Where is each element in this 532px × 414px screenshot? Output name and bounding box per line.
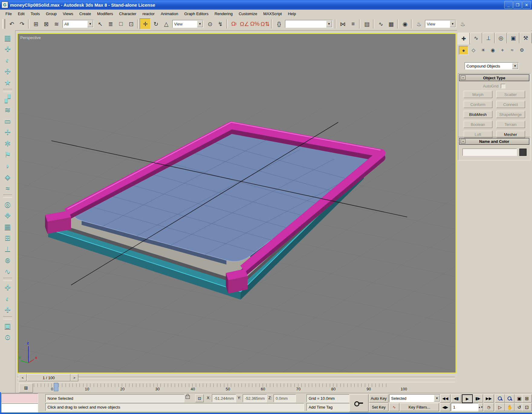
separator[interactable] — [226, 19, 228, 28]
separator[interactable] — [359, 19, 360, 28]
autogrid-checkbox[interactable] — [501, 84, 505, 88]
conform-button[interactable]: Conform — [464, 101, 492, 108]
render-type-dropdown[interactable]: View — [425, 20, 456, 28]
constraint-solver-icon[interactable]: ◎ — [2, 199, 13, 210]
object-name-field[interactable] — [462, 149, 517, 156]
maximize-button[interactable]: ❐ — [513, 1, 522, 9]
menu-item[interactable]: Animation — [158, 11, 181, 17]
cloth-collection-icon[interactable]: ✜ — [2, 43, 13, 54]
menu-item[interactable]: MAXScript — [260, 11, 285, 17]
menu-item[interactable]: Modifiers — [94, 11, 116, 17]
separator[interactable] — [271, 19, 272, 28]
menu-item[interactable]: Help — [285, 11, 299, 17]
separator[interactable] — [137, 19, 138, 28]
menu-item[interactable]: Edit — [15, 11, 28, 17]
angle-snap-toggle-icon[interactable]: Ω∠ — [239, 19, 249, 29]
select-and-manipulate-icon[interactable]: ↯ — [215, 19, 225, 29]
selection-lock-icon[interactable] — [186, 396, 190, 399]
menu-item[interactable]: Rendering — [212, 11, 236, 17]
minimize-button[interactable]: _ — [504, 1, 513, 9]
absolute-offset-toggle-icon[interactable]: ⊡ — [195, 394, 204, 402]
schematic-view-icon[interactable]: ▦ — [386, 19, 396, 29]
plane-icon[interactable]: ▞ — [2, 93, 13, 104]
separator[interactable] — [3, 195, 12, 198]
rag-doll-constraint-icon[interactable]: ✥ — [2, 210, 13, 221]
go-to-start-button[interactable]: ◀◀ — [440, 394, 450, 402]
water-icon[interactable]: ≈ — [2, 182, 13, 194]
separator[interactable] — [335, 19, 336, 28]
next-frame-arrow[interactable]: > — [70, 374, 78, 381]
set-keys-button[interactable] — [349, 394, 368, 412]
tab-hierarchy[interactable]: ⊥ — [482, 33, 495, 43]
pan-icon[interactable]: ✋ — [505, 403, 514, 411]
align-icon[interactable]: ≡ — [348, 19, 358, 29]
space-warps-icon[interactable]: ≈ — [508, 46, 517, 54]
menu-item[interactable]: Tools — [28, 11, 43, 17]
select-and-scale-icon[interactable]: △ — [161, 19, 171, 29]
default-in-out-tangents-icon[interactable]: ∿ — [389, 403, 399, 411]
mini-curve-editor-button[interactable]: ⊞ — [19, 383, 33, 393]
morph-button[interactable]: Morph — [464, 91, 492, 98]
snaps-toggle-icon[interactable]: Ω3 — [229, 19, 239, 29]
menu-item[interactable]: Views — [60, 11, 76, 17]
window-crossing-icon[interactable]: ⊡ — [126, 19, 136, 29]
named-selection-sets-dropdown[interactable] — [285, 20, 332, 28]
menu-item[interactable]: Character — [116, 11, 139, 17]
helpers-icon[interactable]: ⌖ — [498, 46, 507, 54]
tab-display[interactable]: ▣ — [507, 33, 519, 43]
use-pivot-point-center-icon[interactable]: ⊙ — [205, 19, 215, 29]
zoom-all-icon[interactable] — [505, 394, 514, 402]
soft-body-collection-icon[interactable]: ◐ — [2, 54, 13, 66]
shapemerge-button[interactable]: ShapeMerge — [496, 111, 525, 118]
select-and-move-icon[interactable]: ✛ — [140, 18, 151, 29]
collapse-icon[interactable]: - — [461, 139, 465, 143]
tab-create[interactable]: ✚ — [458, 33, 470, 44]
cameras-icon[interactable]: ◉ — [488, 46, 497, 54]
rope-modifier-icon[interactable]: ✣ — [2, 304, 13, 315]
mirror-icon[interactable]: ⋈ — [337, 19, 348, 29]
tab-utilities[interactable]: ⚒ — [520, 33, 532, 43]
auto-key-button[interactable]: Auto Key — [369, 394, 388, 402]
name-color-rollout-header[interactable]: - Name and Color — [459, 138, 529, 145]
x-coordinate-field[interactable]: -51.244mm — [212, 394, 236, 402]
spinner-snap-toggle-icon[interactable]: Ω⇅ — [260, 19, 270, 29]
menu-item[interactable]: Customize — [236, 11, 260, 17]
unlink-selection-icon[interactable]: ⊠ — [41, 19, 51, 29]
maxscript-listener-output[interactable] — [1, 403, 38, 413]
key-mode-toggle-icon[interactable]: ◀▶ — [440, 403, 450, 411]
soft-body-modifier-icon[interactable]: ◐ — [2, 293, 13, 304]
motor-icon[interactable]: ✻ — [2, 138, 13, 149]
separator[interactable] — [373, 19, 374, 28]
menu-item[interactable]: Group — [43, 11, 60, 17]
previous-frame-arrow[interactable]: < — [19, 374, 27, 381]
time-slider-track[interactable] — [17, 377, 455, 378]
category-dropdown[interactable]: Compound Objects — [465, 62, 519, 70]
deforming-mesh-collection-icon[interactable]: ★ — [2, 77, 13, 88]
select-by-name-icon[interactable]: ≣ — [105, 19, 115, 29]
tab-modify[interactable]: ∿ — [470, 33, 482, 43]
time-configuration-icon[interactable]: ◷ — [484, 403, 494, 411]
close-button[interactable]: ✕ — [522, 1, 531, 9]
rigid-body-collection-icon[interactable]: ▦ — [2, 32, 13, 43]
redo-icon[interactable]: ↷ — [17, 19, 27, 29]
select-and-rotate-icon[interactable]: ↻ — [151, 19, 161, 29]
rectangular-selection-region-icon[interactable]: □ — [115, 19, 126, 29]
create-animation-icon[interactable]: ▣ — [2, 320, 13, 331]
go-to-end-button[interactable]: ▶▶ — [484, 394, 494, 402]
time-slider[interactable]: 1 / 100 — [27, 374, 70, 381]
spring-icon[interactable]: ≋ — [2, 104, 13, 115]
current-frame-caret[interactable] — [54, 383, 58, 391]
separator[interactable] — [411, 19, 412, 28]
add-time-tag[interactable]: Add Time Tag — [307, 403, 350, 411]
layer-manager-icon[interactable]: ▤ — [362, 19, 372, 29]
lights-icon[interactable]: ☀ — [479, 46, 488, 54]
undo-icon[interactable]: ↶ — [6, 19, 17, 29]
select-and-link-icon[interactable]: ⊞ — [31, 19, 41, 29]
edit-named-selection-sets-icon[interactable]: {} — [274, 19, 284, 29]
scatter-button[interactable]: Scatter — [496, 91, 525, 98]
previous-frame-button[interactable]: ◀▮ — [451, 394, 461, 402]
separator[interactable] — [3, 278, 12, 281]
shapes-icon[interactable]: ◇ — [469, 46, 478, 54]
boolean-button[interactable]: Boolean — [464, 121, 492, 128]
point-point-constraint-icon[interactable]: ⊞ — [2, 232, 13, 243]
